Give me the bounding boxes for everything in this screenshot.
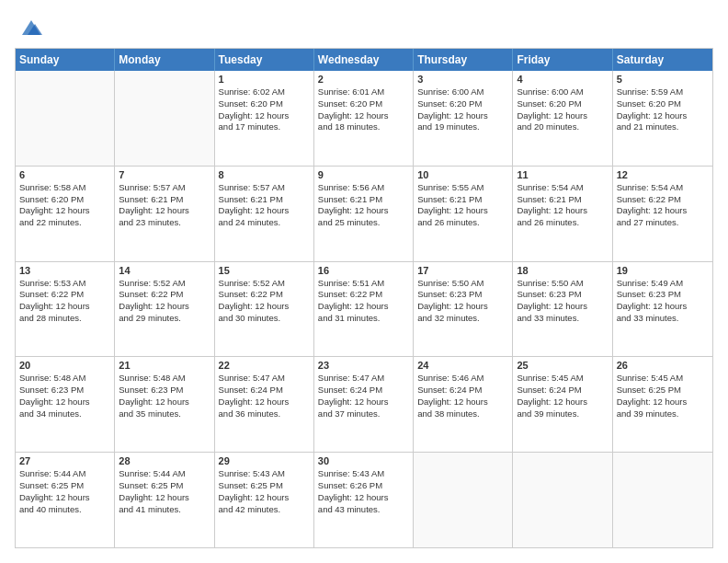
sunset-text: Sunset: 6:25 PM xyxy=(617,385,709,396)
daylight-line2: and 33 minutes. xyxy=(517,313,608,325)
daylight-line1: Daylight: 12 hours xyxy=(517,396,608,408)
sunset-text: Sunset: 6:20 PM xyxy=(517,98,608,110)
day-number: 25 xyxy=(517,360,608,371)
day-cell-6: 6Sunrise: 5:58 AMSunset: 6:20 PMDaylight… xyxy=(16,167,115,261)
daylight-line1: Daylight: 12 hours xyxy=(617,110,709,122)
daylight-line2: and 30 minutes. xyxy=(219,313,310,325)
daylight-line1: Daylight: 12 hours xyxy=(219,301,310,313)
day-number: 12 xyxy=(617,169,709,180)
day-cell-30: 30Sunrise: 5:43 AMSunset: 6:26 PMDayligh… xyxy=(314,453,414,547)
day-number: 4 xyxy=(517,74,608,85)
daylight-line1: Daylight: 12 hours xyxy=(19,396,110,408)
day-number: 10 xyxy=(417,169,508,180)
calendar: SundayMondayTuesdayWednesdayThursdayFrid… xyxy=(15,48,713,548)
day-cell-13: 13Sunrise: 5:53 AMSunset: 6:22 PMDayligh… xyxy=(16,262,115,357)
calendar-row-1: 6Sunrise: 5:58 AMSunset: 6:20 PMDaylight… xyxy=(16,166,712,261)
daylight-line2: and 40 minutes. xyxy=(19,504,110,516)
daylight-line1: Daylight: 12 hours xyxy=(219,492,310,504)
day-number: 29 xyxy=(219,455,310,466)
sunrise-text: Sunrise: 5:43 AM xyxy=(318,468,409,480)
day-number: 17 xyxy=(417,265,508,276)
daylight-line1: Daylight: 12 hours xyxy=(318,396,409,408)
day-number: 21 xyxy=(119,360,210,371)
sunset-text: Sunset: 6:24 PM xyxy=(219,385,310,396)
empty-cell xyxy=(115,71,214,166)
day-number: 3 xyxy=(417,74,508,85)
day-cell-12: 12Sunrise: 5:54 AMSunset: 6:22 PMDayligh… xyxy=(613,167,712,261)
sunset-text: Sunset: 6:20 PM xyxy=(219,98,310,110)
sunrise-text: Sunrise: 5:54 AM xyxy=(517,182,608,194)
day-number: 1 xyxy=(219,74,310,85)
sunset-text: Sunset: 6:21 PM xyxy=(219,194,310,206)
daylight-line2: and 42 minutes. xyxy=(219,504,310,516)
daylight-line1: Daylight: 12 hours xyxy=(517,301,608,313)
sunset-text: Sunset: 6:21 PM xyxy=(517,194,608,206)
day-cell-29: 29Sunrise: 5:43 AMSunset: 6:25 PMDayligh… xyxy=(215,453,314,547)
daylight-line2: and 26 minutes. xyxy=(417,217,508,229)
daylight-line1: Daylight: 12 hours xyxy=(318,492,409,504)
daylight-line1: Daylight: 12 hours xyxy=(19,205,110,217)
sunrise-text: Sunrise: 5:59 AM xyxy=(617,86,709,98)
day-cell-25: 25Sunrise: 5:45 AMSunset: 6:24 PMDayligh… xyxy=(513,357,612,452)
sunrise-text: Sunrise: 5:57 AM xyxy=(119,182,210,194)
daylight-line2: and 29 minutes. xyxy=(119,313,210,325)
sunset-text: Sunset: 6:23 PM xyxy=(617,289,709,301)
sunset-text: Sunset: 6:25 PM xyxy=(19,480,110,492)
page: SundayMondayTuesdayWednesdayThursdayFrid… xyxy=(0,0,728,563)
day-number: 14 xyxy=(119,265,210,276)
day-cell-26: 26Sunrise: 5:45 AMSunset: 6:25 PMDayligh… xyxy=(613,357,712,452)
daylight-line2: and 21 minutes. xyxy=(617,121,709,133)
calendar-header: SundayMondayTuesdayWednesdayThursdayFrid… xyxy=(16,49,712,71)
sunrise-text: Sunrise: 5:45 AM xyxy=(617,373,709,385)
empty-cell xyxy=(613,453,712,547)
calendar-row-3: 20Sunrise: 5:48 AMSunset: 6:23 PMDayligh… xyxy=(16,356,712,452)
sunset-text: Sunset: 6:21 PM xyxy=(417,194,508,206)
daylight-line2: and 35 minutes. xyxy=(119,408,210,420)
day-cell-17: 17Sunrise: 5:50 AMSunset: 6:23 PMDayligh… xyxy=(414,262,513,357)
daylight-line1: Daylight: 12 hours xyxy=(219,205,310,217)
sunset-text: Sunset: 6:20 PM xyxy=(19,194,110,206)
sunrise-text: Sunrise: 5:57 AM xyxy=(219,182,310,194)
daylight-line1: Daylight: 12 hours xyxy=(517,110,608,122)
daylight-line1: Daylight: 12 hours xyxy=(19,301,110,313)
logo xyxy=(15,15,44,40)
day-number: 6 xyxy=(19,169,110,180)
header-day-thursday: Thursday xyxy=(414,49,513,71)
daylight-line1: Daylight: 12 hours xyxy=(417,205,508,217)
sunset-text: Sunset: 6:20 PM xyxy=(318,98,409,110)
day-number: 24 xyxy=(417,360,508,371)
daylight-line2: and 24 minutes. xyxy=(219,217,310,229)
daylight-line1: Daylight: 12 hours xyxy=(219,396,310,408)
empty-cell xyxy=(16,71,115,166)
day-cell-4: 4Sunrise: 6:00 AMSunset: 6:20 PMDaylight… xyxy=(513,71,612,166)
daylight-line2: and 25 minutes. xyxy=(318,217,409,229)
daylight-line2: and 19 minutes. xyxy=(417,121,508,133)
daylight-line2: and 37 minutes. xyxy=(318,408,409,420)
day-cell-20: 20Sunrise: 5:48 AMSunset: 6:23 PMDayligh… xyxy=(16,357,115,452)
day-cell-24: 24Sunrise: 5:46 AMSunset: 6:24 PMDayligh… xyxy=(414,357,513,452)
sunrise-text: Sunrise: 5:54 AM xyxy=(617,182,709,194)
sunset-text: Sunset: 6:22 PM xyxy=(19,289,110,301)
day-number: 30 xyxy=(318,455,409,466)
sunrise-text: Sunrise: 5:50 AM xyxy=(417,278,508,290)
daylight-line2: and 18 minutes. xyxy=(318,121,409,133)
daylight-line1: Daylight: 12 hours xyxy=(119,301,210,313)
calendar-row-0: 1Sunrise: 6:02 AMSunset: 6:20 PMDaylight… xyxy=(16,71,712,166)
sunset-text: Sunset: 6:23 PM xyxy=(517,289,608,301)
day-cell-9: 9Sunrise: 5:56 AMSunset: 6:21 PMDaylight… xyxy=(314,167,414,261)
daylight-line2: and 23 minutes. xyxy=(119,217,210,229)
daylight-line1: Daylight: 12 hours xyxy=(119,492,210,504)
daylight-line1: Daylight: 12 hours xyxy=(517,205,608,217)
day-cell-28: 28Sunrise: 5:44 AMSunset: 6:25 PMDayligh… xyxy=(115,453,214,547)
daylight-line2: and 33 minutes. xyxy=(617,313,709,325)
day-number: 19 xyxy=(617,265,709,276)
day-cell-15: 15Sunrise: 5:52 AMSunset: 6:22 PMDayligh… xyxy=(215,262,314,357)
day-cell-10: 10Sunrise: 5:55 AMSunset: 6:21 PMDayligh… xyxy=(414,167,513,261)
sunset-text: Sunset: 6:24 PM xyxy=(417,385,508,396)
daylight-line2: and 17 minutes. xyxy=(219,121,310,133)
day-cell-3: 3Sunrise: 6:00 AMSunset: 6:20 PMDaylight… xyxy=(414,71,513,166)
daylight-line2: and 41 minutes. xyxy=(119,504,210,516)
daylight-line1: Daylight: 12 hours xyxy=(617,301,709,313)
day-cell-16: 16Sunrise: 5:51 AMSunset: 6:22 PMDayligh… xyxy=(314,262,414,357)
logo-icon xyxy=(18,15,44,40)
